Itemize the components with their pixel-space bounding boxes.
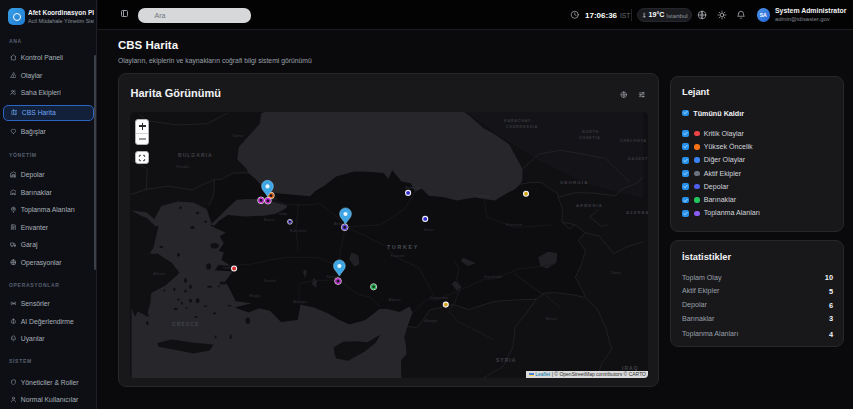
svg-text:Plovdiv: Plovdiv: [176, 163, 190, 168]
svg-text:KARACHAY-: KARACHAY-: [504, 119, 533, 123]
svg-text:DAGESTAN: DAGESTAN: [628, 157, 648, 161]
svg-text:NORTH: NORTH: [582, 130, 599, 134]
svg-text:CHERKESSIA: CHERKESSIA: [506, 125, 538, 129]
svg-text:Samsun: Samsun: [405, 185, 421, 190]
svg-text:GEORGIA: GEORGIA: [560, 180, 588, 185]
svg-text:CHECHNYA: CHECHNYA: [620, 139, 647, 143]
svg-text:Gaziantep: Gaziantep: [429, 295, 448, 300]
svg-text:IRAQ: IRAQ: [622, 366, 639, 371]
svg-text:Erzurum: Erzurum: [506, 222, 522, 227]
svg-text:TURKEY: TURKEY: [387, 244, 419, 250]
svg-text:Aleppo: Aleppo: [424, 318, 437, 323]
svg-text:Varna: Varna: [232, 133, 243, 138]
svg-text:Kayseri: Kayseri: [391, 252, 405, 257]
svg-text:ARMENIA: ARMENIA: [576, 203, 603, 208]
svg-text:Athens: Athens: [153, 271, 166, 276]
svg-text:Bursa: Bursa: [264, 216, 275, 221]
svg-text:Diyarbakir: Diyarbakir: [484, 273, 503, 278]
svg-text:Sivas: Sivas: [424, 227, 434, 232]
svg-text:Tabriz: Tabriz: [610, 270, 621, 275]
svg-text:Antalya: Antalya: [293, 299, 307, 304]
svg-text:SYRIA: SYRIA: [496, 358, 516, 363]
svg-text:Mosul: Mosul: [546, 315, 557, 320]
svg-text:AZERBAIJAN: AZERBAIJAN: [626, 210, 648, 215]
svg-text:Adana: Adana: [389, 296, 402, 301]
svg-text:OSSETIA: OSSETIA: [579, 136, 601, 140]
svg-text:Denizli: Denizli: [264, 277, 276, 282]
svg-text:Mugla: Mugla: [249, 292, 261, 297]
svg-text:Trabzon: Trabzon: [475, 193, 491, 198]
svg-text:BULGARIA: BULGARIA: [178, 153, 213, 158]
svg-text:GREECE: GREECE: [172, 322, 199, 327]
svg-text:Eskisehir: Eskisehir: [290, 228, 307, 233]
